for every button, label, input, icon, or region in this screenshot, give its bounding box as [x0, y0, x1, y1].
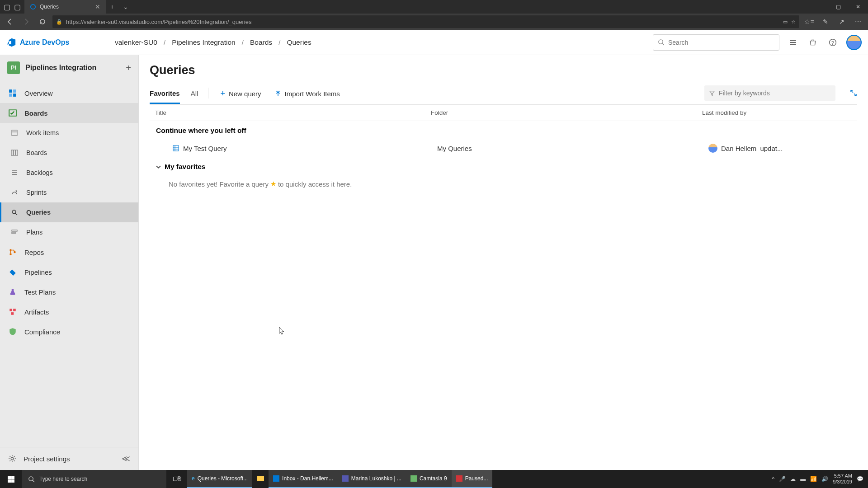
- svg-rect-13: [12, 130, 17, 136]
- new-query-button[interactable]: + New query: [218, 86, 263, 104]
- start-button[interactable]: [0, 470, 22, 488]
- share-icon[interactable]: ↗: [835, 18, 848, 25]
- taskbar-app-label: Paused...: [465, 475, 488, 482]
- sidebar-item-boards-sub[interactable]: Boards: [0, 143, 138, 163]
- sidebar-item-pipelines[interactable]: Pipelines: [0, 262, 138, 282]
- project-settings[interactable]: Project settings ≪: [0, 447, 138, 470]
- minimize-button[interactable]: —: [808, 0, 828, 14]
- browser-tab[interactable]: Queries ✕: [24, 0, 106, 14]
- work-items-icon[interactable]: [787, 36, 799, 49]
- new-tab-button[interactable]: +: [106, 3, 118, 10]
- collapse-sidebar-icon[interactable]: ≪: [122, 454, 130, 464]
- browser-address-bar: 🔒 https://valenker-su0.visualstudio.com/…: [0, 14, 868, 30]
- tab-title: Queries: [40, 4, 59, 10]
- taskbar-app-teams[interactable]: Marina Lukoshko | ...: [338, 470, 406, 488]
- refresh-button[interactable]: [36, 15, 49, 28]
- close-window-button[interactable]: ✕: [848, 0, 868, 14]
- forward-button[interactable]: [20, 15, 33, 28]
- sidebar-item-work-items[interactable]: Work items: [0, 123, 138, 143]
- toolbar-separator: [208, 88, 208, 99]
- search-icon: [658, 39, 665, 46]
- user-avatar[interactable]: [846, 35, 862, 50]
- filter-box[interactable]: [704, 85, 835, 101]
- search-input[interactable]: [668, 39, 774, 46]
- more-icon[interactable]: ⋯: [852, 18, 864, 25]
- sidebar-label: Artifacts: [24, 308, 49, 316]
- tab-thumb-icon[interactable]: ▢: [4, 3, 10, 11]
- global-search[interactable]: [653, 34, 779, 51]
- import-work-items-button[interactable]: Import Work Items: [273, 87, 342, 103]
- continue-section-header: Continue where you left off: [150, 121, 857, 139]
- notes-icon[interactable]: ✎: [819, 18, 832, 25]
- tab-dropdown-icon[interactable]: ⌄: [118, 3, 133, 10]
- project-row[interactable]: PI Pipelines Integration +: [0, 55, 138, 83]
- tab-close-icon[interactable]: ✕: [95, 3, 100, 10]
- sidebar-item-repos[interactable]: Repos: [0, 242, 138, 262]
- toolbar: Favorites All + New query Import Work It…: [150, 85, 857, 105]
- tray-onedrive-icon[interactable]: ☁: [790, 476, 796, 482]
- favorite-star-icon[interactable]: ☆: [791, 19, 796, 25]
- tab-all[interactable]: All: [191, 86, 198, 104]
- favorites-section-header[interactable]: My favorites: [150, 157, 857, 175]
- sidebar-item-queries[interactable]: Queries: [0, 202, 138, 222]
- tray-mic-icon[interactable]: 🎤: [779, 476, 786, 482]
- svg-rect-9: [13, 89, 16, 93]
- plans-icon: [10, 228, 19, 237]
- taskbar-app-explorer[interactable]: [252, 470, 269, 488]
- taskbar-app-label: Camtasia 9: [420, 475, 447, 482]
- marketplace-icon[interactable]: [807, 36, 819, 49]
- tab-aside-icon[interactable]: ▢: [14, 3, 21, 11]
- breadcrumb-org[interactable]: valenker-SU0: [115, 38, 157, 47]
- backlogs-icon: [10, 168, 19, 177]
- pivot-tabs: Favorites All: [150, 86, 198, 104]
- favorites-hub-icon[interactable]: ☆≡: [803, 18, 816, 25]
- sidebar-label: Sprints: [26, 189, 47, 196]
- project-badge: PI: [7, 61, 20, 74]
- breadcrumb-project[interactable]: Pipelines Integration: [172, 38, 235, 47]
- taskbar-app-edge[interactable]: eQueries - Microsoft...: [187, 470, 252, 488]
- svg-point-26: [9, 253, 12, 255]
- taskbar-clock[interactable]: 5:57 AM 9/3/2019: [833, 473, 852, 485]
- browser-tab-bar: ▢ ▢ Queries ✕ + ⌄ — ▢ ✕: [0, 0, 868, 14]
- taskbar-search[interactable]: Type here to search: [22, 470, 166, 488]
- help-icon[interactable]: ?: [826, 36, 839, 49]
- col-folder[interactable]: Folder: [431, 109, 702, 116]
- taskbar-app-camtasia[interactable]: Camtasia 9: [406, 470, 452, 488]
- sidebar-item-boards[interactable]: Boards: [0, 103, 138, 123]
- back-button[interactable]: [4, 15, 16, 28]
- url-input[interactable]: 🔒 https://valenker-su0.visualstudio.com/…: [52, 15, 799, 28]
- maximize-button[interactable]: ▢: [828, 0, 848, 14]
- breadcrumb-page[interactable]: Queries: [287, 38, 311, 47]
- reading-view-icon[interactable]: ▭: [783, 19, 788, 25]
- col-modified[interactable]: Last modified by: [702, 109, 852, 116]
- sidebar-item-sprints[interactable]: Sprints: [0, 183, 138, 202]
- sidebar-item-test-plans[interactable]: Test Plans: [0, 282, 138, 302]
- tab-favorites[interactable]: Favorites: [150, 86, 180, 104]
- sidebar-label: Backlogs: [26, 169, 53, 176]
- task-view-button[interactable]: ▢⎘: [166, 470, 187, 488]
- system-tray[interactable]: ^ 🎤 ☁ ▬ 📶 🔊 5:57 AM 9/3/2019 💬: [768, 473, 868, 485]
- sidebar-item-overview[interactable]: Overview: [0, 83, 138, 103]
- tray-chevron-icon[interactable]: ^: [772, 476, 775, 482]
- fullscreen-icon[interactable]: [850, 89, 857, 97]
- tray-battery-icon[interactable]: ▬: [800, 476, 806, 482]
- breadcrumb-area[interactable]: Boards: [250, 38, 272, 47]
- taskbar-app-recorder[interactable]: Paused...: [452, 470, 493, 488]
- sidebar-item-artifacts[interactable]: Artifacts: [0, 302, 138, 322]
- product-logo[interactable]: Azure DevOps: [6, 38, 110, 47]
- tray-volume-icon[interactable]: 🔊: [821, 476, 828, 482]
- add-button[interactable]: +: [126, 63, 131, 73]
- project-settings-label: Project settings: [24, 455, 70, 463]
- svg-line-38: [33, 480, 34, 482]
- taskbar-app-outlook[interactable]: Inbox - Dan.Hellem...: [269, 470, 338, 488]
- sidebar-item-compliance[interactable]: Compliance: [0, 322, 138, 342]
- sidebar-item-backlogs[interactable]: Backlogs: [0, 163, 138, 183]
- col-title[interactable]: Title: [155, 109, 431, 116]
- svg-rect-23: [12, 230, 17, 231]
- action-center-icon[interactable]: 💬: [857, 476, 863, 482]
- sidebar: PI Pipelines Integration + Overview Boar…: [0, 55, 139, 470]
- sidebar-item-plans[interactable]: Plans: [0, 222, 138, 242]
- filter-input[interactable]: [719, 89, 831, 97]
- tray-wifi-icon[interactable]: 📶: [810, 476, 817, 482]
- query-row[interactable]: My Test Query My Queries Dan Hellem upda…: [150, 139, 857, 157]
